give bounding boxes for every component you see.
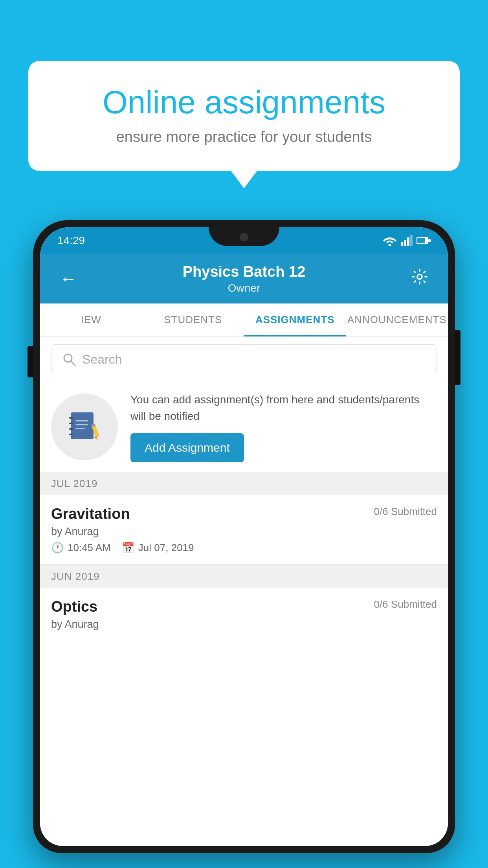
speech-bubble: Online assignments ensure more practice …	[28, 61, 460, 171]
status-icons	[383, 235, 431, 246]
svg-rect-14	[69, 434, 73, 435]
submitted-badge-optics: 0/6 Submitted	[374, 598, 437, 611]
front-camera	[240, 233, 248, 241]
search-container: Search	[40, 337, 448, 382]
info-section: You can add assignment(s) from here and …	[40, 382, 448, 472]
svg-rect-10	[71, 412, 94, 439]
month-separator-jul: JUL 2019	[40, 472, 448, 495]
assignment-top-row: Gravitation 0/6 Submitted	[51, 506, 437, 522]
info-description: You can add assignment(s) from here and …	[130, 392, 437, 425]
svg-rect-0	[401, 242, 403, 246]
assignment-time: 10:45 AM	[68, 542, 111, 554]
assignment-date: Jul 07, 2019	[138, 542, 194, 554]
assignment-item-gravitation[interactable]: Gravitation 0/6 Submitted by Anurag 🕐 10…	[40, 495, 448, 565]
assignment-top-row-optics: Optics 0/6 Submitted	[51, 598, 437, 615]
svg-point-7	[417, 274, 422, 279]
tabs-bar: IEW STUDENTS ASSIGNMENTS ANNOUNCEMENTS	[40, 303, 448, 337]
speech-bubble-container: Online assignments ensure more practice …	[28, 61, 460, 171]
submitted-badge: 0/6 Submitted	[374, 506, 437, 518]
wifi-icon	[383, 235, 397, 246]
signal-icon	[401, 235, 413, 246]
assignment-icon-circle	[51, 394, 118, 460]
svg-line-9	[71, 361, 75, 365]
svg-rect-3	[410, 235, 413, 246]
assignment-meta: 🕐 10:45 AM 📅 Jul 07, 2019	[51, 542, 437, 554]
svg-rect-15	[75, 420, 88, 421]
assignment-item-optics[interactable]: Optics 0/6 Submitted by Anurag	[40, 588, 448, 645]
back-button[interactable]: ←	[56, 265, 81, 292]
header-subtitle: Owner	[81, 282, 407, 294]
battery-icon	[416, 236, 431, 245]
tab-students[interactable]: STUDENTS	[142, 304, 244, 337]
meta-date: 📅 Jul 07, 2019	[122, 542, 194, 554]
assignment-name-optics: Optics	[51, 598, 97, 615]
svg-rect-1	[404, 240, 406, 246]
svg-rect-16	[75, 424, 88, 425]
svg-rect-12	[69, 423, 73, 424]
add-assignment-button[interactable]: Add Assignment	[130, 433, 244, 462]
meta-time: 🕐 10:45 AM	[51, 542, 111, 554]
phone-notch	[209, 227, 279, 246]
header-title: Physics Batch 12	[81, 263, 407, 280]
settings-button[interactable]	[407, 264, 432, 293]
phone-screen: 14:29	[40, 227, 448, 846]
tab-assignments[interactable]: ASSIGNMENTS	[244, 304, 346, 337]
gear-icon	[411, 268, 428, 285]
assignment-author: by Anurag	[51, 526, 437, 538]
svg-rect-6	[417, 238, 425, 243]
phone-outer: 14:29	[33, 220, 455, 853]
bubble-title: Online assignments	[56, 85, 432, 120]
phone-wrapper: 14:29	[33, 220, 455, 868]
assignment-name: Gravitation	[51, 506, 130, 522]
bubble-subtitle: ensure more practice for your students	[56, 129, 432, 145]
app-header: ← Physics Batch 12 Owner	[40, 254, 448, 303]
assignment-author-optics: by Anurag	[51, 618, 437, 631]
content-area: Search	[40, 337, 448, 846]
calendar-icon: 📅	[122, 542, 134, 554]
search-bar[interactable]: Search	[51, 344, 437, 374]
svg-rect-17	[75, 428, 85, 429]
svg-rect-11	[69, 417, 73, 419]
svg-rect-2	[407, 237, 409, 246]
info-text-block: You can add assignment(s) from here and …	[130, 392, 437, 462]
notebook-icon	[67, 409, 102, 445]
header-title-block: Physics Batch 12 Owner	[81, 263, 407, 294]
status-time: 14:29	[57, 234, 85, 247]
tab-announcements[interactable]: ANNOUNCEMENTS	[346, 304, 448, 337]
month-separator-jun: JUN 2019	[40, 565, 448, 588]
svg-rect-13	[69, 428, 73, 430]
svg-rect-5	[428, 239, 431, 242]
search-icon	[62, 353, 76, 366]
clock-icon: 🕐	[51, 542, 64, 554]
search-placeholder: Search	[82, 352, 122, 367]
tab-overview[interactable]: IEW	[40, 304, 142, 337]
